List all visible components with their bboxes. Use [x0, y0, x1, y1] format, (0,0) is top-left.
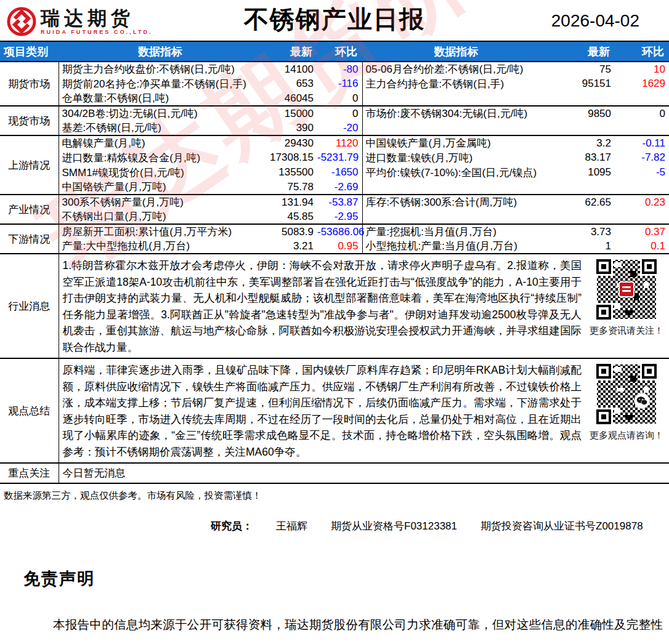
change-cell: 0	[317, 106, 362, 121]
table-row: 下游情况房屋新开工面积:累计值(月,万平方米)5083.9-53686.06产量…	[0, 224, 669, 239]
column-header: 数据指标	[59, 41, 262, 62]
change-cell: -1650	[317, 165, 362, 180]
indicator-cell	[362, 121, 550, 135]
category-cell: 现货市场	[0, 106, 59, 135]
value-cell	[550, 91, 615, 106]
change-cell: -2.95	[317, 209, 362, 224]
indicator-cell: 中国镍铁产量(月,万金属吨)	[362, 135, 550, 150]
value-cell: 17308.15	[262, 150, 317, 165]
disclaimer-section: 免责声明 本报告中的信息均来源于公开可获得资料，瑞达期货股份有限公司力求准确可靠…	[0, 568, 669, 644]
table-row: 仓单数量:不锈钢(日,吨)460450	[0, 91, 669, 106]
table-row: 产业情况300系不锈钢产量(月,万吨)131.94-53.87库存:不锈钢:30…	[0, 195, 669, 209]
change-cell	[615, 121, 669, 135]
report-header: 瑞达期货 RUIDA FUTURES CO.,LTD. 不锈钢产业日报 2026…	[0, 0, 669, 41]
news-qr-caption: 更多资讯请关注！	[584, 325, 669, 337]
indicator-cell: 房屋新开工面积:累计值(月,万平方米)	[59, 224, 262, 239]
report-date: 2026-04-02	[551, 11, 639, 31]
category-cell: 期货市场	[0, 62, 59, 106]
value-cell: 45.85	[262, 209, 317, 224]
industry-news-row: 行业消息 1.特朗普称霍尔木兹开放才会考虑停火，伊朗：海峡不会对敌开放，请求停火…	[0, 254, 669, 358]
indicator-cell: 产量:挖掘机:当月值(月,万台)	[362, 224, 550, 239]
change-cell: -0.11	[615, 135, 669, 150]
indicator-cell	[362, 180, 550, 195]
change-cell: -116	[317, 76, 362, 91]
indicator-cell: 主力合约持仓量:不锈钢(日,手)	[362, 76, 550, 91]
value-cell: 135500	[262, 165, 317, 180]
indicator-cell: 期货主力合约收盘价:不锈钢(日,元/吨)	[59, 62, 262, 76]
change-cell: 1120	[317, 135, 362, 150]
news-qr-block: 更多资讯请关注！	[584, 254, 669, 337]
indicator-cell: 平均价:镍铁(7-10%):全国(日,元/镍点)	[362, 165, 550, 180]
table-header-row: 项目类别数据指标最新环比数据指标最新环比	[0, 41, 669, 62]
summary-row: 观点总结 原料端，菲律宾逐步进入雨季，且镍矿品味下降，国内镍铁厂原料库存趋紧；印…	[0, 358, 669, 463]
wechat-icon	[634, 393, 650, 409]
indicator-cell: 05-06月合约价差:不锈钢(日,元/吨)	[362, 62, 550, 76]
value-cell: 46045	[262, 91, 317, 106]
change-cell: -80	[317, 62, 362, 76]
value-cell: 95151	[550, 76, 615, 91]
value-cell: 75	[550, 62, 615, 76]
data-table: 项目类别数据指标最新环比数据指标最新环比 期货市场期货主力合约收盘价:不锈钢(日…	[0, 41, 669, 484]
report-page: 瑞达期货研究院 瑞达期货 RUIDA FUTURES CO.,LTD. 不锈钢产…	[0, 0, 669, 644]
indicator-cell: 基差:不锈钢(日,元/吨)	[59, 121, 262, 135]
category-cell: 观点总结	[0, 358, 59, 463]
value-cell	[550, 209, 615, 224]
qr-center-logo-badge	[618, 281, 635, 297]
value-cell: 29430	[262, 135, 317, 150]
change-cell	[615, 209, 669, 224]
table-row: 不锈钢出口量(月,万吨)45.85-2.95	[0, 209, 669, 224]
change-cell: -7.82	[615, 150, 669, 165]
value-cell: 15000	[262, 106, 317, 121]
summary-text: 原料端，菲律宾逐步进入雨季，且镍矿品味下降，国内镍铁厂原料库存趋紧；印尼明年RK…	[59, 359, 585, 462]
table-row: 中国铬铁产量(月,万吨)75.78-2.69	[0, 180, 669, 195]
qr-code-icon	[596, 363, 657, 425]
indicator-cell: 期货前20名持仓:净买单量:不锈钢(日,手)	[59, 76, 262, 91]
column-header: 最新	[262, 41, 317, 62]
value-cell: 131.94	[262, 195, 317, 209]
table-row: 进口数量:精炼镍及合金(月,吨)17308.15-5231.79进口数量:镍铁(…	[0, 150, 669, 165]
value-cell: 1	[550, 239, 615, 254]
summary-qr-caption: 更多观点请咨询！	[584, 430, 669, 441]
change-cell: 0	[615, 106, 669, 121]
industry-news-cell: 1.特朗普称霍尔木兹开放才会考虑停火，伊朗：海峡不会对敌开放，请求停火声明子虚乌…	[59, 254, 669, 358]
value-cell: 1095	[550, 165, 615, 180]
qr-code-news	[596, 259, 657, 320]
column-header: 数据指标	[362, 41, 550, 62]
category-cell: 上游情况	[0, 135, 59, 195]
indicator-cell: 库存:不锈钢:300系:合计(周,万吨)	[362, 195, 550, 209]
value-cell: 83.17	[550, 150, 615, 165]
table-row: 基差:不锈钢(日,元/吨)390-20	[0, 121, 669, 135]
change-cell: -20	[317, 121, 362, 135]
category-cell: 产业情况	[0, 195, 59, 224]
value-cell: 653	[262, 76, 317, 91]
change-cell: -53686.06	[317, 224, 362, 239]
indicator-cell: 304/2B卷:切边:无锡(日,元/吨)	[59, 106, 262, 121]
summary-cell: 原料端，菲律宾逐步进入雨季，且镍矿品味下降，国内镍铁厂原料库存趋紧；印尼明年RK…	[59, 358, 669, 463]
category-cell: 行业消息	[0, 254, 59, 358]
column-header: 最新	[550, 41, 615, 62]
column-header: 环比	[317, 41, 362, 62]
value-cell: 5083.9	[262, 224, 317, 239]
value-cell: 390	[262, 121, 317, 135]
column-header: 环比	[615, 41, 669, 62]
risk-footnote: 数据来源第三方，观点仅供参考。市场有风险，投资需谨慎！	[0, 484, 669, 502]
qr-code-summary	[596, 363, 657, 425]
change-cell: 10	[615, 62, 669, 76]
change-cell	[615, 180, 669, 195]
change-cell: 0.23	[615, 195, 669, 209]
indicator-cell: 产量:大中型拖拉机(月,万台)	[59, 239, 262, 254]
table-row: 期货市场期货主力合约收盘价:不锈钢(日,元/吨)14100-8005-06月合约…	[0, 62, 669, 76]
change-cell: -53.87	[317, 195, 362, 209]
change-cell: 0.1	[615, 239, 669, 254]
researcher-qualification: 期货从业资格号F03123381	[331, 519, 457, 533]
indicator-cell	[362, 91, 550, 106]
table-header: 项目类别数据指标最新环比数据指标最新环比	[0, 41, 669, 62]
researcher-line: 研究员： 王福辉 期货从业资格号F03123381 期货投资咨询从业证书号Z00…	[0, 519, 669, 533]
indicator-cell: 小型拖拉机:产量:当月值(月,万台)	[362, 239, 550, 254]
indicator-cell: 中国铬铁产量(月,万吨)	[59, 180, 262, 195]
change-cell: 1629	[615, 76, 669, 91]
indicator-cell: 进口数量:镍铁(月,万吨)	[362, 150, 550, 165]
value-cell: 75.78	[262, 180, 317, 195]
value-cell: 14100	[262, 62, 317, 76]
change-cell	[615, 91, 669, 106]
